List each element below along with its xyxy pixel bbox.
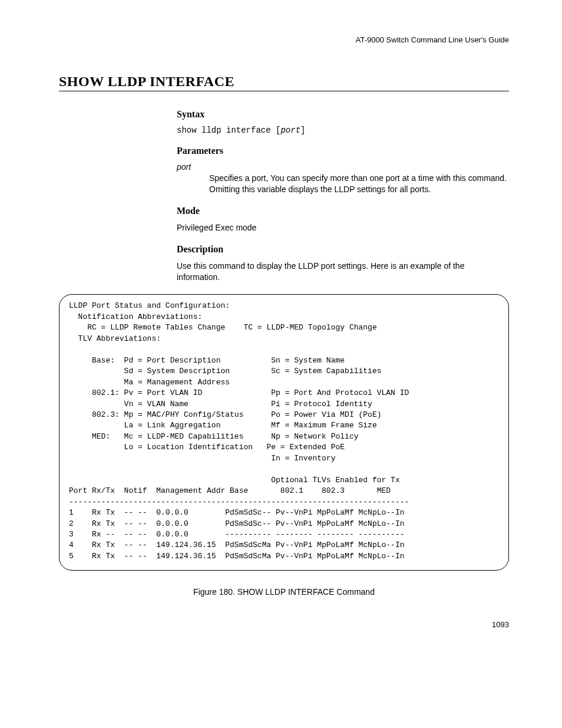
content-block: Syntax show lldp interface [port] Parame…	[177, 109, 509, 282]
syntax-param: port	[280, 126, 300, 135]
parameter-name: port	[177, 162, 509, 172]
syntax-line: show lldp interface [port]	[177, 126, 509, 135]
syntax-prefix: show lldp interface [	[177, 126, 280, 135]
parameters-heading: Parameters	[177, 146, 509, 156]
terminal-output: LLDP Port Status and Configuration: Noti…	[59, 294, 509, 571]
mode-text: Privileged Exec mode	[177, 222, 509, 233]
description-heading: Description	[177, 244, 509, 255]
figure-caption: Figure 180. SHOW LLDP INTERFACE Command	[59, 587, 509, 597]
description-text: Use this command to display the LLDP por…	[177, 261, 509, 283]
parameter-description: Specifies a port, You can specify more t…	[209, 173, 509, 195]
mode-heading: Mode	[177, 206, 509, 216]
header-guide-label: AT-9000 Switch Command Line User's Guide	[59, 35, 509, 44]
syntax-suffix: ]	[300, 126, 305, 135]
page-number: 1093	[59, 620, 509, 629]
command-title: SHOW LLDP INTERFACE	[59, 74, 509, 91]
document-page: AT-9000 Switch Command Line User's Guide…	[0, 0, 562, 653]
syntax-heading: Syntax	[177, 109, 509, 120]
